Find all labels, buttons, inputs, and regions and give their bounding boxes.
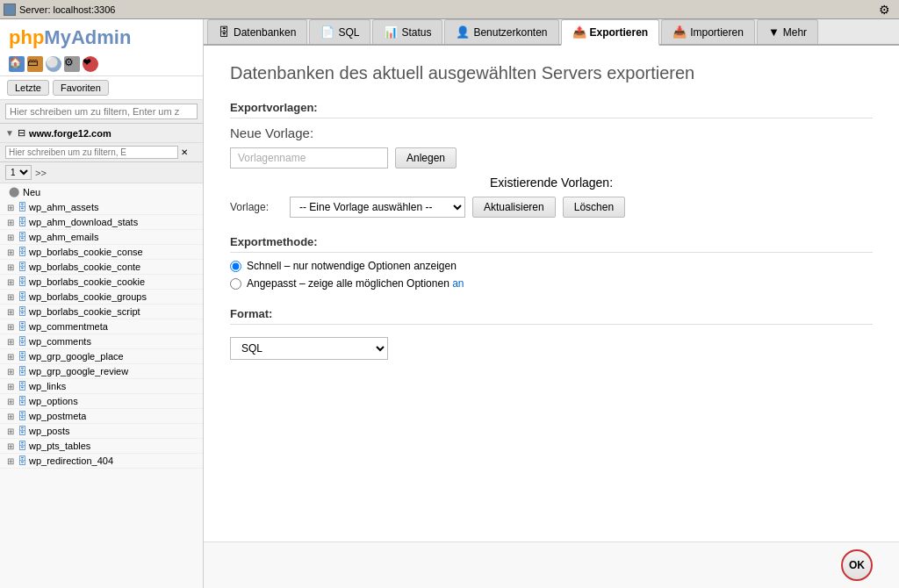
db-icon: 🗄 (18, 351, 27, 362)
logo-php: php (9, 26, 44, 48)
list-item[interactable]: ⊞ 🗄 wp_borlabs_cookie_script (0, 305, 203, 319)
vorlage-select[interactable]: -- Eine Vorlage auswählen -- (290, 197, 465, 218)
list-item[interactable]: ⊞ 🗄 wp_commentmeta (0, 319, 203, 334)
format-header: Format: (230, 307, 873, 325)
table-icon[interactable]: 🗃 (27, 56, 43, 72)
circle-icon[interactable]: ⚪ (46, 56, 61, 72)
tab-datenbanken[interactable]: 🗄 Datenbanken (207, 19, 307, 44)
list-item[interactable]: ⊞ 🗄 wp_borlabs_cookie_conse (0, 245, 203, 260)
neue-vorlage-title: Neue Vorlage: (230, 125, 873, 140)
ok-button[interactable]: OK (841, 549, 873, 581)
list-item[interactable]: ⊞ 🗄 wp_comments (0, 334, 203, 349)
window-title: Server: localhost:3306 (19, 4, 115, 15)
window-title-bar: Server: localhost:3306 ⚙ (0, 0, 899, 19)
existierende-title: Existierende Vorlagen: (490, 176, 613, 190)
tab-importieren-label: Importieren (690, 26, 744, 39)
list-item[interactable]: ⊞ 🗄 wp_posts (0, 424, 203, 439)
list-item[interactable]: ⊞ 🗄 wp_grp_google_place (0, 349, 203, 364)
loeschen-button[interactable]: Löschen (563, 197, 625, 218)
list-item[interactable]: ⊞ 🗄 wp_links (0, 379, 203, 394)
expand-icon: ⊞ (7, 367, 16, 376)
expand-icon: ⊞ (7, 292, 16, 302)
schnell-radio[interactable] (230, 261, 241, 272)
expand-icon: ⊞ (7, 262, 16, 272)
expand-icon: ⊞ (7, 322, 16, 332)
exportvorlagen-header: Exportvorlagen: (230, 101, 873, 118)
settings-icon[interactable]: ⚙ (64, 56, 80, 72)
vorlage-name-input[interactable] (230, 147, 388, 169)
angepasst-label: Angepasst – zeige alle möglichen Optione… (247, 277, 464, 290)
list-item[interactable]: ⊞ 🗄 wp_ahm_assets (0, 200, 203, 215)
list-item[interactable]: ⊞ 🗄 wp_pts_tables (0, 439, 203, 454)
aktualisieren-button[interactable]: Aktualisieren (472, 197, 556, 218)
tab-mehr[interactable]: ▼ Mehr (757, 19, 818, 44)
db-icon: 🗄 (18, 232, 27, 242)
expand-icon: ⊞ (7, 218, 16, 227)
heart-icon[interactable]: ❤ (83, 56, 98, 72)
expand-icon: ⊞ (7, 382, 16, 391)
list-item[interactable]: ⊞ 🗄 wp_redirection_404 (0, 454, 203, 469)
gear-icon[interactable]: ⚙ (874, 1, 895, 18)
db-icon: 🗄 (18, 291, 27, 302)
logo: phpMyAdmin (9, 26, 194, 49)
tab-benutzerkonten-label: Benutzerkonten (473, 26, 547, 39)
tab-datenbanken-label: Datenbanken (234, 26, 296, 39)
tree-item-label: wp_posts (29, 426, 69, 436)
filter-x-icon[interactable]: ✕ (181, 147, 188, 157)
next-pages-icon[interactable]: >> (35, 168, 47, 178)
sidebar-tab-letzte[interactable]: Letzte (7, 80, 49, 96)
server-label: ⊟ (18, 127, 25, 139)
tree-collapse-icon[interactable]: ▼ (5, 128, 14, 138)
mehr-icon: ▼ (768, 25, 780, 39)
tree-item-label: wp_ahm_assets (29, 202, 99, 212)
list-item[interactable]: ⊞ 🗄 wp_options (0, 394, 203, 409)
new-item-label[interactable]: Neu (23, 187, 40, 197)
tab-sql[interactable]: 📄 SQL (309, 19, 370, 44)
db-icon: 🗄 (18, 396, 27, 406)
db-icon: 🗄 (18, 217, 27, 227)
tab-importieren[interactable]: 📥 Importieren (661, 19, 755, 44)
list-item[interactable]: ⊞ 🗄 wp_postmeta (0, 409, 203, 424)
angepasst-radio[interactable] (230, 278, 241, 290)
expand-icon: ⊞ (7, 352, 16, 362)
db-filter-input[interactable] (5, 146, 178, 159)
tree-item-label: wp_ahm_emails (29, 232, 98, 242)
sidebar-tab-favoriten[interactable]: Favoriten (53, 80, 109, 96)
tab-sql-label: SQL (338, 26, 359, 39)
server-name[interactable]: www.forge12.com (29, 128, 111, 139)
radio-item-angepasst: Angepasst – zeige alle möglichen Optione… (230, 277, 873, 290)
db-icon: 🗄 (18, 411, 27, 421)
angepasst-link[interactable]: an (452, 277, 464, 290)
content-bottom: OK (204, 541, 899, 588)
expand-icon: ⊞ (7, 307, 16, 317)
exportmethode-options: Schnell – nur notwendige Optionen anzeig… (230, 260, 873, 290)
list-item[interactable]: ⊞ 🗄 wp_grp_google_review (0, 364, 203, 379)
list-item[interactable]: ⊞ 🗄 wp_borlabs_cookie_conte (0, 260, 203, 275)
tab-exportieren[interactable]: 📤 Exportieren (561, 19, 660, 46)
db-icon: 🗄 (18, 366, 27, 376)
db-icon: 🗄 (18, 455, 27, 466)
tab-status[interactable]: 📊 Status (372, 19, 442, 44)
db-icon: 🗄 (18, 336, 27, 347)
tree-item-label: wp_borlabs_cookie_conte (29, 262, 140, 272)
tab-benutzerkonten[interactable]: 👤 Benutzerkonten (444, 19, 558, 44)
page-select[interactable]: 1 (5, 165, 32, 180)
list-item[interactable]: ⊞ 🗄 wp_borlabs_cookie_groups (0, 290, 203, 305)
expand-icon: ⊞ (7, 337, 16, 347)
list-item[interactable]: ⊞ 🗄 wp_ahm_emails (0, 230, 203, 245)
sidebar-search-input[interactable] (5, 104, 198, 119)
tree-item-label: wp_options (29, 396, 78, 406)
exportmethode-section: Exportmethode: Schnell – nur notwendige … (230, 235, 873, 290)
exportvorlagen-section: Exportvorlagen: Neue Vorlage: Anlegen Ex… (230, 101, 873, 218)
anlegen-button[interactable]: Anlegen (395, 147, 457, 169)
expand-icon: ⊞ (7, 412, 16, 421)
list-item[interactable]: ⊞ 🗄 wp_borlabs_cookie_cookie (0, 275, 203, 290)
sidebar-tree: ⊞ 🗄 wp_ahm_assets ⊞ 🗄 wp_ahm_download_st… (0, 200, 203, 588)
benutzerkonten-icon: 👤 (456, 25, 470, 39)
tree-item-label: wp_borlabs_cookie_cookie (29, 276, 145, 287)
format-select[interactable]: SQL CSV JSON XML (230, 337, 388, 360)
list-item[interactable]: ⊞ 🗄 wp_ahm_download_stats (0, 215, 203, 230)
window-controls[interactable]: ⚙ (874, 1, 895, 18)
content-area: 🗄 Datenbanken 📄 SQL 📊 Status 👤 Benutzerk… (204, 19, 899, 588)
home-icon[interactable]: 🏠 (9, 56, 25, 72)
